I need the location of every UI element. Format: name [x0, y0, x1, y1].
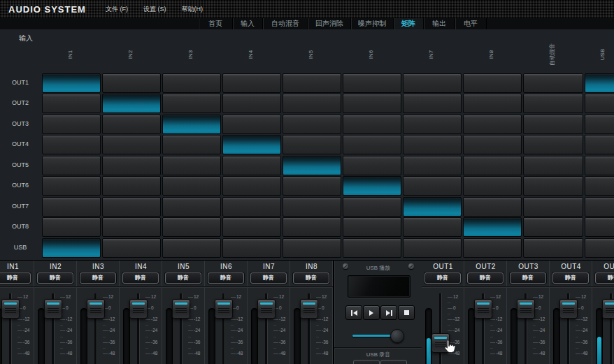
matrix-cell-OUT8-IN1[interactable] [42, 217, 101, 237]
matrix-cell-OUT5-IN1[interactable] [42, 156, 101, 175]
matrix-cell-OUT1-IN4[interactable] [222, 73, 281, 93]
usb-record-button-2[interactable] [380, 360, 407, 364]
matrix-cell-OUT6-IN1[interactable] [42, 176, 101, 196]
mute-button[interactable]: 静音 [510, 272, 546, 284]
matrix-cell-OUT2-IN8[interactable] [463, 94, 522, 113]
matrix-cell-OUT5-USB[interactable] [585, 156, 614, 175]
matrix-cell-OUT3-IN1[interactable] [42, 115, 101, 134]
matrix-cell-OUT5-IN3[interactable] [162, 156, 221, 175]
matrix-cell-OUT4-自动混音[interactable] [523, 135, 583, 154]
mute-button[interactable]: 静音 [80, 272, 116, 284]
usb-volume-slider-knob[interactable] [390, 329, 404, 343]
matrix-cell-USB-USB[interactable] [585, 238, 614, 258]
fader-handle[interactable] [517, 299, 535, 319]
matrix-cell-OUT1-IN5[interactable] [283, 73, 341, 93]
matrix-cell-OUT7-IN4[interactable] [222, 197, 281, 217]
next-track-button[interactable] [380, 305, 397, 320]
matrix-cell-OUT4-IN8[interactable] [463, 135, 522, 154]
matrix-cell-USB-IN4[interactable] [222, 238, 281, 258]
tab-2[interactable]: 输入 [232, 18, 262, 29]
mute-button[interactable]: 静音 [293, 272, 329, 284]
mute-button[interactable]: 静音 [0, 272, 31, 284]
matrix-cell-OUT4-IN7[interactable] [403, 135, 462, 154]
matrix-cell-OUT5-自动混音[interactable] [523, 156, 583, 175]
matrix-cell-OUT1-IN1[interactable] [42, 73, 101, 93]
mute-button[interactable]: 静音 [122, 272, 159, 284]
matrix-cell-OUT8-IN2[interactable] [102, 217, 161, 237]
matrix-cell-OUT3-IN2[interactable] [102, 115, 161, 134]
matrix-cell-OUT5-IN6[interactable] [343, 156, 401, 175]
matrix-cell-OUT4-USB[interactable] [585, 135, 614, 154]
fader-handle[interactable] [129, 299, 148, 319]
matrix-cell-OUT1-IN2[interactable] [102, 73, 161, 93]
usb-record-button-1[interactable] [353, 360, 380, 364]
matrix-cell-OUT3-IN3[interactable] [162, 115, 221, 134]
matrix-cell-OUT8-IN3[interactable] [162, 217, 221, 237]
matrix-cell-OUT4-IN1[interactable] [42, 135, 101, 154]
matrix-cell-OUT5-IN4[interactable] [222, 156, 281, 175]
matrix-cell-OUT5-IN7[interactable] [403, 156, 462, 175]
fader-handle[interactable] [215, 299, 233, 319]
mute-button[interactable]: 静音 [467, 272, 504, 284]
matrix-cell-OUT4-IN3[interactable] [162, 135, 221, 154]
fader-handle[interactable] [172, 299, 190, 319]
tab-1[interactable]: 首页 [198, 18, 232, 29]
mute-button[interactable]: 静音 [552, 272, 589, 284]
matrix-cell-OUT7-IN6[interactable] [343, 197, 401, 217]
matrix-cell-OUT1-IN7[interactable] [403, 73, 462, 93]
matrix-cell-OUT2-IN7[interactable] [403, 94, 462, 113]
fader-handle[interactable] [257, 299, 276, 319]
matrix-cell-OUT2-IN2[interactable] [102, 94, 161, 113]
matrix-cell-OUT2-自动混音[interactable] [523, 94, 583, 113]
matrix-cell-OUT6-自动混音[interactable] [523, 176, 583, 196]
matrix-cell-OUT8-IN8[interactable] [463, 217, 522, 237]
mute-button[interactable]: 静音 [424, 272, 461, 284]
matrix-cell-OUT3-IN5[interactable] [283, 115, 341, 134]
matrix-cell-USB-IN2[interactable] [102, 238, 161, 258]
matrix-cell-OUT1-IN3[interactable] [162, 73, 221, 93]
menu-item-1[interactable]: 设置 (S) [143, 5, 166, 14]
matrix-cell-USB-IN1[interactable] [42, 238, 101, 258]
matrix-cell-USB-自动混音[interactable] [523, 238, 583, 258]
matrix-cell-OUT3-IN6[interactable] [343, 115, 401, 134]
matrix-cell-OUT6-IN4[interactable] [222, 176, 281, 196]
matrix-cell-OUT7-IN5[interactable] [283, 197, 341, 217]
matrix-cell-OUT7-IN7[interactable] [403, 197, 462, 217]
matrix-cell-OUT7-自动混音[interactable] [523, 197, 583, 217]
fader-handle[interactable] [87, 299, 105, 319]
menu-item-0[interactable]: 文件 (F) [106, 5, 128, 14]
fader-handle[interactable] [44, 299, 62, 319]
matrix-cell-OUT4-IN6[interactable] [343, 135, 401, 154]
matrix-cell-OUT1-IN6[interactable] [343, 73, 401, 93]
menu-item-2[interactable]: 帮助(H) [181, 5, 203, 14]
matrix-cell-OUT4-IN2[interactable] [102, 135, 161, 154]
matrix-cell-OUT3-USB[interactable] [585, 115, 614, 134]
matrix-cell-OUT6-IN8[interactable] [463, 176, 522, 196]
mute-button[interactable]: 静音 [165, 272, 201, 284]
matrix-cell-OUT7-IN2[interactable] [102, 197, 161, 217]
matrix-cell-OUT2-IN6[interactable] [343, 94, 401, 113]
matrix-cell-OUT6-USB[interactable] [585, 176, 614, 196]
matrix-cell-OUT4-IN4[interactable] [222, 135, 281, 154]
tab-7[interactable]: 输出 [423, 18, 455, 29]
matrix-cell-OUT7-IN3[interactable] [162, 197, 221, 217]
fader-handle[interactable] [300, 299, 318, 319]
matrix-cell-OUT2-IN3[interactable] [162, 94, 221, 113]
matrix-cell-USB-IN8[interactable] [463, 238, 522, 258]
stop-button[interactable] [398, 305, 415, 320]
matrix-cell-OUT6-IN3[interactable] [162, 176, 221, 196]
matrix-cell-OUT2-IN1[interactable] [42, 94, 101, 113]
mute-button[interactable]: 静音 [208, 272, 244, 284]
fader-handle[interactable] [602, 299, 614, 319]
matrix-cell-OUT3-自动混音[interactable] [523, 115, 583, 134]
matrix-cell-OUT1-IN8[interactable] [463, 73, 522, 93]
matrix-cell-OUT3-IN8[interactable] [463, 115, 522, 134]
tab-6[interactable]: 矩阵 [393, 18, 423, 29]
matrix-cell-OUT5-IN2[interactable] [102, 156, 161, 175]
matrix-cell-OUT4-IN5[interactable] [283, 135, 341, 154]
matrix-cell-OUT6-IN7[interactable] [403, 176, 462, 196]
matrix-cell-OUT6-IN2[interactable] [102, 176, 161, 196]
fader-handle[interactable] [474, 299, 492, 319]
matrix-cell-OUT2-IN5[interactable] [283, 94, 341, 113]
matrix-cell-OUT8-自动混音[interactable] [523, 217, 583, 237]
